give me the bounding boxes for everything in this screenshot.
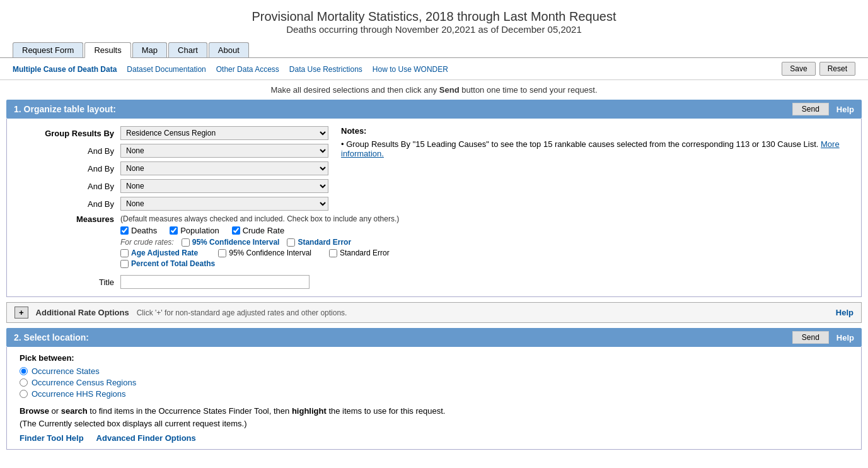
ci-95-item[interactable]: 95% Confidence Interval (182, 238, 280, 247)
measures-checks: Deaths Population Crude Rate (120, 226, 848, 235)
finder-tool-help-link[interactable]: Finder Tool Help (20, 433, 84, 443)
and-by-row-1: And By NoneStateCountyYearMonth (20, 144, 328, 158)
std-err-item[interactable]: Standard Error (287, 238, 351, 247)
deaths-checkbox[interactable] (120, 226, 129, 235)
occ-states-radio[interactable] (20, 367, 28, 375)
tab-chart[interactable]: Chart (168, 42, 207, 57)
section1-send-button[interactable]: Send (792, 103, 829, 115)
instruction-text: Make all desired selections and then cli… (0, 80, 868, 100)
section1-help-link[interactable]: Help (836, 105, 854, 114)
pick-between-label: Pick between: (20, 353, 848, 363)
notes-title: Notes: (341, 126, 848, 136)
tab-results[interactable]: Results (84, 42, 130, 58)
occ-census-option[interactable]: Occurrence Census Regions (20, 378, 848, 387)
occ-hhs-link[interactable]: Occurrence HHS Regions (32, 389, 126, 399)
and-by-select-1[interactable]: NoneStateCountyYearMonth (120, 144, 328, 158)
additional-rate-hint: Click '+' for non-standard age adjusted … (137, 308, 347, 317)
section2-send-button[interactable]: Send (792, 331, 829, 344)
notes-content: • Group Results By "15 Leading Causes" t… (341, 139, 848, 158)
title-label: Title (20, 278, 120, 287)
population-checkbox[interactable] (170, 226, 178, 235)
and-by-label-4: And By (20, 199, 120, 209)
crude-rate-check-item[interactable]: Crude Rate (232, 226, 284, 235)
group-results-select[interactable]: Residence Census Region None State Count… (120, 126, 328, 140)
and-by-row-3: And By NoneStateCountyYearMonth (20, 179, 328, 193)
additional-rate-title: Additional Rate Options (36, 308, 129, 317)
multiple-cause-link[interactable]: Multiple Cause of Death Data (13, 64, 117, 74)
occ-states-option[interactable]: Occurrence States (20, 366, 848, 376)
section1-header: 1. Organize table layout: Send Help (6, 100, 862, 119)
tab-about[interactable]: About (209, 42, 249, 57)
tabs-bar: Request Form Results Map Chart About (0, 40, 868, 58)
measures-label: Measures (20, 214, 120, 224)
crude-rates-row: For crude rates: 95% Confidence Interval… (120, 238, 848, 247)
population-check-item[interactable]: Population (170, 226, 219, 235)
ci-95-age-label: 95% Confidence Interval (229, 249, 311, 257)
occ-census-link[interactable]: Occurrence Census Regions (32, 378, 136, 387)
std-err-checkbox[interactable] (287, 238, 295, 247)
std-err-age-checkbox[interactable] (329, 249, 337, 257)
measures-section: Measures (Default measures always checke… (20, 214, 848, 270)
occ-states-link[interactable]: Occurrence States (32, 366, 100, 376)
tab-request-form[interactable]: Request Form (13, 42, 83, 57)
crude-rate-checkbox[interactable] (232, 226, 240, 235)
occ-census-radio[interactable] (20, 378, 28, 387)
section2-body: Pick between: Occurrence States Occurren… (6, 347, 862, 450)
additional-rate-section: + Additional Rate Options Click '+' for … (6, 302, 862, 323)
and-by-label-3: And By (20, 182, 120, 191)
how-to-use-link[interactable]: How to Use WONDER (373, 64, 448, 74)
ci-95-label: 95% Confidence Interval (192, 238, 280, 247)
ci-95-age-item[interactable]: 95% Confidence Interval (218, 249, 311, 257)
group-results-row: Group Results By Residence Census Region… (20, 126, 328, 140)
pct-total-item[interactable]: Percent of Total Deaths (120, 259, 215, 268)
notes-box: Notes: • Group Results By "15 Leading Ca… (341, 126, 848, 158)
section2-header: 2. Select location: Send Help (6, 328, 862, 347)
other-data-link[interactable]: Other Data Access (216, 64, 279, 74)
and-by-label-1: And By (20, 146, 120, 156)
title-row: Title (20, 275, 848, 289)
section1-body: Group Results By Residence Census Region… (6, 119, 862, 297)
measures-content: (Default measures always checked and inc… (120, 214, 848, 270)
section2-help-link[interactable]: Help (836, 333, 854, 342)
measures-desc: (Default measures always checked and inc… (120, 214, 848, 223)
ci-95-checkbox[interactable] (182, 238, 190, 247)
page-title: Provisional Mortality Statistics, 2018 t… (13, 9, 855, 24)
and-by-select-2[interactable]: NoneStateCountyYearMonth (120, 161, 328, 175)
for-crude-label: For crude rates: (120, 238, 174, 247)
age-adj-label: Age Adjusted Rate (131, 249, 198, 257)
title-input[interactable] (120, 275, 310, 289)
age-adj-item[interactable]: Age Adjusted Rate (120, 249, 198, 257)
std-err-age-label: Standard Error (340, 249, 390, 257)
age-adj-checkbox[interactable] (120, 249, 129, 257)
and-by-row-2: And By NoneStateCountyYearMonth (20, 161, 328, 175)
and-by-row-4: And By NoneStateCountyYearMonth (20, 197, 328, 211)
pct-total-row: Percent of Total Deaths (120, 259, 848, 268)
occ-hhs-radio[interactable] (20, 390, 28, 398)
population-label: Population (180, 226, 219, 235)
additional-rate-expand-button[interactable]: + (14, 307, 28, 319)
occ-hhs-option[interactable]: Occurrence HHS Regions (20, 389, 848, 399)
additional-rate-help-link[interactable]: Help (836, 308, 854, 317)
ci-95-age-checkbox[interactable] (218, 249, 226, 257)
tab-map[interactable]: Map (132, 42, 167, 57)
browse-text: Browse or search to find items in the Oc… (20, 405, 848, 430)
reset-button[interactable]: Reset (819, 62, 855, 76)
and-by-select-4[interactable]: NoneStateCountyYearMonth (120, 197, 328, 211)
data-use-link[interactable]: Data Use Restrictions (289, 64, 362, 74)
advanced-finder-link[interactable]: Advanced Finder Options (96, 433, 196, 443)
save-button[interactable]: Save (782, 62, 815, 76)
crude-rate-label: Crude Rate (243, 226, 284, 235)
and-by-label-2: And By (20, 164, 120, 173)
and-by-select-3[interactable]: NoneStateCountyYearMonth (120, 179, 328, 193)
dataset-doc-link[interactable]: Dataset Documentation (127, 64, 205, 74)
deaths-label: Deaths (131, 226, 157, 235)
section1-controls: Send Help (792, 103, 854, 115)
pct-total-checkbox[interactable] (120, 260, 129, 268)
deaths-check-item[interactable]: Deaths (120, 226, 157, 235)
currently-selected-note: (The Currently selected box displays all… (20, 419, 247, 428)
page-header: Provisional Mortality Statistics, 2018 t… (0, 0, 868, 40)
pct-total-label: Percent of Total Deaths (131, 259, 215, 268)
group-results-label: Group Results By (20, 129, 120, 138)
age-adj-row: Age Adjusted Rate 95% Confidence Interva… (120, 249, 848, 257)
std-err-age-item[interactable]: Standard Error (329, 249, 390, 257)
